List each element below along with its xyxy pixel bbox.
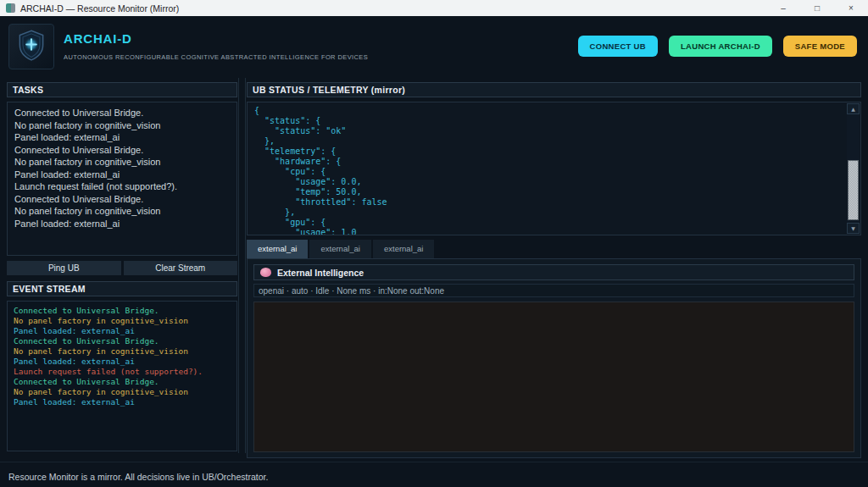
scroll-up-button[interactable]: ▲ <box>847 103 860 114</box>
task-log-line: No panel factory in cognitive_vision <box>14 119 230 132</box>
event-log-line: Panel loaded: external_ai <box>14 326 231 336</box>
telemetry-header: UB STATUS / TELEMETRY (mirror) <box>247 82 861 97</box>
json-line: "telemetry": { <box>254 147 840 157</box>
event-log-line: Panel loaded: external_ai <box>14 397 231 407</box>
telemetry-json-view: { "status": { "status": "ok" }, "telemet… <box>247 102 861 235</box>
event-log-line: No panel factory in cognitive_vision <box>14 346 231 357</box>
header-actions: CONNECT UB LAUNCH ARCHAI-D SAFE MODE <box>578 36 857 57</box>
maximize-button[interactable]: □ <box>800 0 834 16</box>
task-log-line: Panel loaded: external_ai <box>14 169 230 181</box>
clear-stream-button[interactable]: Clear Stream <box>124 261 238 275</box>
main-area: TASKS Connected to Universal Bridge.No p… <box>0 76 868 462</box>
event-stream-log: Connected to Universal Bridge.No panel f… <box>7 301 237 451</box>
tasks-log: Connected to Universal Bridge.No panel f… <box>7 102 237 256</box>
external-intelligence-title: External Intelligence <box>277 268 364 278</box>
event-stream-title: EVENT STREAM <box>13 284 86 294</box>
launch-archai-button[interactable]: LAUNCH ARCHAI-D <box>669 36 772 57</box>
json-line: { <box>254 106 840 116</box>
shield-icon <box>14 27 49 66</box>
app-logo <box>8 24 54 69</box>
title-bar: ARCHAI-D — Resource Monitor (Mirror) – □… <box>0 0 868 16</box>
json-line: "cpu": { <box>254 167 840 177</box>
json-line: "hardware": { <box>254 157 840 167</box>
event-log-line: Connected to Universal Bridge. <box>14 336 231 346</box>
event-log-line: No panel factory in cognitive_vision <box>14 387 231 397</box>
scroll-thumb[interactable] <box>848 160 859 220</box>
json-scrollbar[interactable]: ▲ ▼ <box>847 103 860 234</box>
external-ai-content <box>253 302 854 452</box>
json-line: "throttled": false <box>254 197 840 208</box>
app-subtitle: AUTONOMOUS RECONFIGURABLE COGNITIVE ABST… <box>64 53 578 61</box>
left-panel: TASKS Connected to Universal Bridge.No p… <box>7 76 237 462</box>
task-log-line: Launch request failed (not supported?). <box>14 180 230 193</box>
tasks-buttons: Ping UB Clear Stream <box>7 261 237 275</box>
panel-divider[interactable] <box>238 78 246 453</box>
tasks-header: TASKS <box>7 82 237 97</box>
minimize-button[interactable]: – <box>766 0 800 16</box>
connect-ub-button[interactable]: CONNECT UB <box>578 36 658 57</box>
telemetry-title: UB STATUS / TELEMETRY (mirror) <box>253 85 405 95</box>
scroll-down-button[interactable]: ▼ <box>847 223 860 234</box>
app-window: ARCHAI-D — Resource Monitor (Mirror) – □… <box>0 0 868 487</box>
event-log-line: Connected to Universal Bridge. <box>14 377 231 387</box>
tab-external-ai[interactable]: external_ai <box>309 240 370 258</box>
task-log-line: Connected to Universal Bridge. <box>14 144 230 157</box>
window-title: ARCHAI-D — Resource Monitor (Mirror) <box>20 3 766 14</box>
close-button[interactable]: × <box>834 0 868 16</box>
json-line: }, <box>254 136 840 147</box>
right-panel: UB STATUS / TELEMETRY (mirror) { "status… <box>247 76 861 462</box>
panel-tabs: external_aiexternal_aiexternal_ai <box>247 240 861 258</box>
json-line: "gpu": { <box>254 218 840 228</box>
task-log-line: Connected to Universal Bridge. <box>14 193 230 206</box>
task-log-line: Panel loaded: external_ai <box>14 131 230 144</box>
window-controls: – □ × <box>766 0 868 16</box>
task-log-line: No panel factory in cognitive_vision <box>14 205 230 218</box>
json-line: "status": "ok" <box>254 126 840 136</box>
json-line: "usage": 1.0 <box>254 228 840 235</box>
tab-external-ai[interactable]: external_ai <box>247 240 308 258</box>
app-title: ARCHAI-D <box>64 31 578 46</box>
json-line: }, <box>254 208 840 218</box>
external-ai-panel: External Intelligence openai · auto · Id… <box>247 258 861 458</box>
safe-mode-button[interactable]: SAFE MODE <box>783 36 857 57</box>
tab-external-ai[interactable]: external_ai <box>373 240 434 258</box>
footer-note: Resource Monitor is a mirror. All decisi… <box>8 472 268 482</box>
task-log-line: Connected to Universal Bridge. <box>14 107 230 119</box>
json-line: "temp": 50.0, <box>254 187 840 197</box>
window-icon <box>6 3 15 13</box>
ping-ub-button[interactable]: Ping UB <box>7 261 121 275</box>
event-log-line: No panel factory in cognitive_vision <box>14 316 231 326</box>
event-log-line: Connected to Universal Bridge. <box>14 306 231 316</box>
footer: Resource Monitor is a mirror. All decisi… <box>0 462 868 487</box>
json-line: "status": { <box>254 116 840 126</box>
header-text: ARCHAI-D AUTONOMOUS RECONFIGURABLE COGNI… <box>64 31 578 61</box>
external-intelligence-status: openai · auto · Idle · None ms · in:None… <box>253 284 854 297</box>
task-log-line: No panel factory in cognitive_vision <box>14 156 230 169</box>
event-log-line: Panel loaded: external_ai <box>14 357 231 367</box>
event-stream-header: EVENT STREAM <box>7 281 237 296</box>
telemetry-json-lines: { "status": { "status": "ok" }, "telemet… <box>254 106 840 235</box>
brain-icon <box>260 268 271 277</box>
external-intelligence-header: External Intelligence <box>253 264 854 280</box>
event-log-line: Launch request failed (not supported?). <box>14 367 231 377</box>
app-header: ARCHAI-D AUTONOMOUS RECONFIGURABLE COGNI… <box>0 16 868 76</box>
tasks-title: TASKS <box>13 85 43 95</box>
task-log-line: Panel loaded: external_ai <box>14 218 230 230</box>
json-line: "usage": 0.0, <box>254 177 840 187</box>
